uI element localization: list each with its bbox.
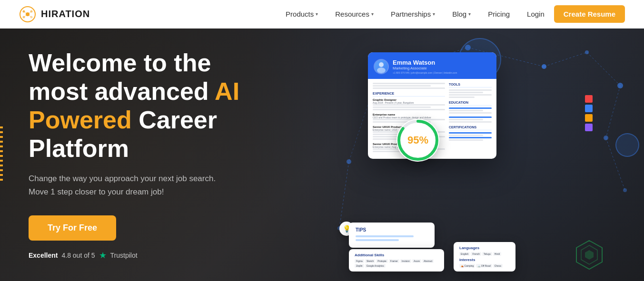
color-swatch-red [585, 95, 593, 103]
trustpilot-row: Excellent 4.8 out of 5 ★ Trustpilot [29, 250, 276, 261]
resume-contact: +1 800 375 545 | john@example.com | Denv… [393, 71, 457, 74]
logo-text: HIRATION [41, 9, 90, 19]
nav-item-pricing[interactable]: Pricing [488, 10, 510, 18]
tips-title: TIPS [356, 227, 428, 233]
navbar: HIRATION Products ▾ Resources ▾ Partners… [0, 0, 644, 29]
nav-link-blog[interactable]: Blog ▾ [452, 10, 471, 18]
nav-item-products[interactable]: Products ▾ [286, 10, 318, 18]
nav-link-partnerships[interactable]: Partnerships ▾ [391, 10, 435, 18]
svg-marker-34 [585, 250, 594, 260]
color-palette [585, 95, 593, 131]
languages-title: Languages [459, 246, 510, 250]
resume-summary [373, 83, 445, 89]
languages-card: Languages English French Telugu Hindi In… [454, 242, 515, 271]
interests-section: Interests ⛺ Camping 🏔️ Off Road Chess [459, 258, 510, 268]
color-swatch-blue [585, 105, 593, 112]
skills-tags: Figma Sketch Protopie Framer Invision Ax… [355, 259, 438, 268]
create-resume-button[interactable]: Create Resume [554, 5, 625, 23]
resume-header: Emma Watson Marketing Associate +1 800 3… [368, 52, 496, 79]
avatar-image [375, 60, 388, 73]
trustpilot-excellent: Excellent [29, 252, 58, 259]
glow-circle-right [615, 133, 639, 157]
chevron-icon: ▾ [433, 11, 435, 17]
hero-content: Welcome to the most advanced AI Powered … [29, 49, 276, 261]
trustpilot-star-icon: ★ [99, 250, 107, 261]
resume-exp-1: Graphic Designer Aug 2018 - Present | 5 … [373, 98, 445, 110]
resume-cert-title: Certifications [449, 126, 492, 130]
avatar [374, 59, 389, 74]
nav-item-partnerships[interactable]: Partnerships ▾ [391, 10, 435, 18]
chevron-icon: ▾ [316, 11, 318, 17]
trustpilot-label: Trustpilot [110, 252, 138, 259]
hero-subtitle: Change the way you approach your next jo… [29, 172, 276, 198]
nav-links: Products ▾ Resources ▾ Partnerships ▾ Bl… [286, 10, 545, 18]
nav-link-login[interactable]: Login [527, 10, 545, 18]
hero-visual: Emma Watson Marketing Associate +1 800 3… [311, 29, 644, 281]
nav-item-blog[interactable]: Blog ▾ [452, 10, 471, 18]
resume-experience-title: Experience [373, 92, 445, 97]
resume-right-column: Tools Education [449, 83, 492, 155]
score-text: 95% [407, 134, 428, 146]
svg-line-26 [339, 162, 349, 228]
score-badge: 95% [396, 119, 439, 162]
logo-icon [19, 6, 36, 23]
lang-tags: English French Telugu Hindi [459, 252, 510, 256]
hero-section: Welcome to the most advanced AI Powered … [0, 29, 644, 281]
try-for-free-button[interactable]: Try For Free [29, 215, 116, 241]
color-swatch-purple [585, 124, 593, 131]
nav-item-resources[interactable]: Resources ▾ [335, 10, 374, 18]
chevron-icon: ▾ [468, 11, 471, 17]
hex-decoration [573, 238, 606, 271]
resume-tools-title: Tools [449, 83, 492, 87]
additional-skills-title: Additional Skills [355, 253, 438, 257]
resume-role: Marketing Associate [393, 66, 457, 70]
nav-item-login[interactable]: Login [527, 10, 545, 18]
hero-title: Welcome to the most advanced AI Powered … [29, 49, 276, 163]
additional-skills-card: Additional Skills Figma Sketch Protopie … [349, 249, 444, 271]
color-swatch-yellow [585, 114, 593, 122]
trustpilot-rating: 4.8 out of 5 [61, 252, 95, 259]
interests-title: Interests [459, 258, 510, 262]
svg-line-22 [544, 52, 587, 67]
logo[interactable]: HIRATION [19, 6, 90, 23]
svg-point-29 [377, 68, 386, 73]
svg-point-28 [379, 62, 384, 67]
svg-line-24 [606, 86, 620, 138]
resume-name: Emma Watson [393, 59, 457, 66]
score-circle: 95% [396, 119, 439, 162]
nav-link-products[interactable]: Products ▾ [286, 10, 318, 18]
resume-education-title: Education [449, 101, 492, 106]
nav-link-resources[interactable]: Resources ▾ [335, 10, 374, 18]
tips-card: TIPS [349, 223, 435, 248]
chevron-icon: ▾ [371, 11, 374, 17]
svg-line-23 [587, 52, 620, 86]
nav-link-pricing[interactable]: Pricing [488, 10, 510, 18]
